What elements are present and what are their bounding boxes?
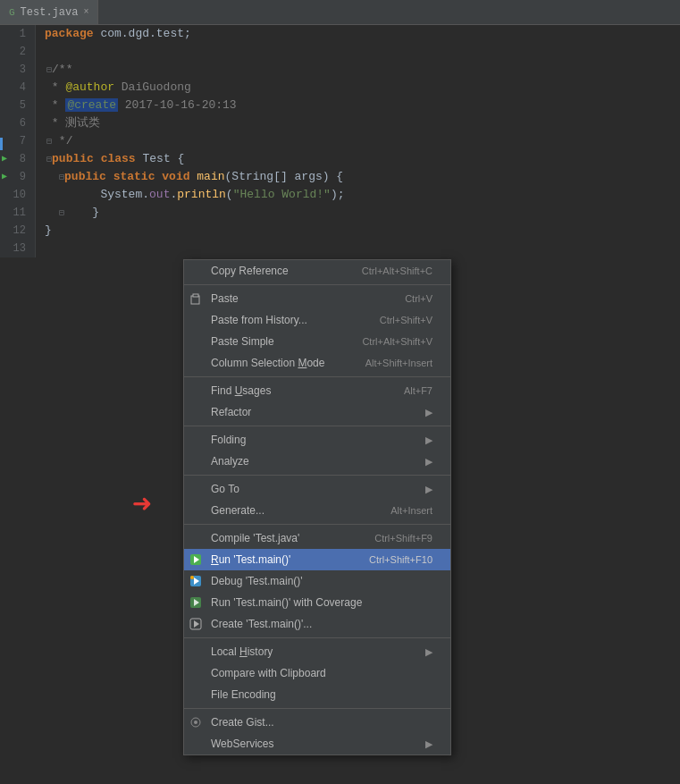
menu-item-label: Create 'Test.main()'... [211, 618, 312, 630]
submenu-arrow-icon: ▶ [425, 407, 432, 418]
code-line-10: 10 System.out.println("Hello World!"); [0, 186, 680, 204]
code-line-7: 7 ⊟ */ [0, 132, 680, 150]
menu-shortcut: Alt+F7 [404, 385, 432, 396]
menu-item-label: Debug 'Test.main()' [211, 575, 303, 587]
menu-item-label: Run 'Test.main()' with Coverage [211, 596, 362, 609]
menu-refactor[interactable]: Refactor ▶ [184, 401, 450, 423]
code-line-2: 2 [0, 43, 680, 61]
separator-1 [184, 284, 450, 285]
run-icon [189, 553, 202, 566]
tab-label: Test.java [21, 6, 79, 19]
separator-6 [184, 637, 450, 638]
menu-file-encoding[interactable]: File Encoding [184, 684, 450, 705]
menu-paste[interactable]: Paste Ctrl+V [184, 288, 450, 309]
menu-item-label: Find Usages [211, 384, 271, 397]
menu-create-config[interactable]: Create 'Test.main()'... [184, 613, 450, 635]
menu-shortcut: Alt+Insert [390, 505, 432, 516]
menu-local-history[interactable]: Local History ▶ [184, 641, 450, 662]
menu-debug[interactable]: Debug 'Test.main()' [184, 570, 450, 592]
menu-find-usages[interactable]: Find Usages Alt+F7 [184, 380, 450, 401]
submenu-arrow-icon: ▶ [425, 456, 432, 468]
close-tab-icon[interactable]: × [83, 7, 88, 17]
menu-item-label: Go To [211, 483, 239, 495]
menu-webservices[interactable]: WebServices ▶ [184, 733, 450, 754]
red-arrow-annotation: ➜ [132, 491, 152, 523]
menu-item-label: Analyze [211, 455, 249, 468]
debug-icon [189, 575, 202, 587]
gist-icon [189, 716, 202, 729]
tab-bar: G Test.java × [0, 0, 680, 25]
menu-shortcut: Ctrl+Shift+F10 [369, 554, 432, 565]
menu-compile[interactable]: Compile 'Test.java' Ctrl+Shift+F9 [184, 527, 450, 549]
menu-analyze[interactable]: Analyze ▶ [184, 451, 450, 472]
menu-paste-simple[interactable]: Paste Simple Ctrl+Alt+Shift+V [184, 331, 450, 352]
submenu-arrow-icon: ▶ [425, 738, 432, 750]
menu-run[interactable]: Run 'Test.main()' Ctrl+Shift+F10 [184, 549, 450, 570]
separator-3 [184, 426, 450, 426]
create-icon [189, 618, 202, 630]
menu-shortcut: Alt+Shift+Insert [365, 358, 432, 368]
menu-copy-reference[interactable]: Copy Reference Ctrl+Alt+Shift+C [184, 260, 450, 282]
menu-shortcut: Ctrl+Shift+F9 [374, 533, 432, 544]
code-line-9: 9 ▶ ⊟public static void main(String[] ar… [0, 168, 680, 186]
submenu-arrow-icon: ▶ [425, 434, 432, 446]
menu-shortcut: Ctrl+Alt+Shift+V [362, 336, 432, 347]
menu-item-label: Compare with Clipboard [211, 667, 326, 679]
separator-7 [184, 708, 450, 709]
menu-create-gist[interactable]: Create Gist... [184, 712, 450, 733]
separator-4 [184, 475, 450, 476]
paste-icon [189, 292, 202, 305]
svg-point-12 [194, 721, 197, 724]
menu-generate[interactable]: Generate... Alt+Insert [184, 500, 450, 521]
menu-item-label: Paste Simple [211, 335, 274, 348]
coverage-icon [189, 596, 202, 609]
code-line-11: 11 ⊟ } [0, 204, 680, 222]
menu-shortcut: Ctrl+V [405, 293, 432, 304]
context-menu: Copy Reference Ctrl+Alt+Shift+C Paste Ct… [183, 259, 451, 755]
menu-item-label: Folding [211, 434, 246, 446]
code-line-1: 1 package com.dgd.test; [0, 25, 680, 43]
menu-run-coverage[interactable]: Run 'Test.main()' with Coverage [184, 592, 450, 613]
submenu-arrow-icon: ▶ [425, 646, 432, 658]
svg-point-6 [190, 576, 194, 579]
menu-item-label: Create Gist... [211, 716, 274, 729]
menu-item-label: Copy Reference [211, 265, 289, 277]
code-line-6: 6 * 测试类 [0, 114, 680, 132]
menu-shortcut: Ctrl+Alt+Shift+C [362, 266, 432, 276]
menu-item-label: Local History [211, 645, 273, 658]
svg-marker-10 [194, 620, 199, 628]
svg-rect-1 [193, 294, 198, 297]
menu-item-label: Column Selection Mode [211, 357, 324, 369]
menu-paste-history[interactable]: Paste from History... Ctrl+Shift+V [184, 309, 450, 331]
separator-2 [184, 376, 450, 377]
code-line-8: 8 ▶ ⊟public class Test { [0, 150, 680, 168]
menu-item-label: File Encoding [211, 688, 276, 701]
code-line-12: 12 } [0, 222, 680, 240]
menu-column-selection[interactable]: Column Selection Mode Alt+Shift+Insert [184, 352, 450, 374]
menu-item-label: Refactor [211, 406, 251, 418]
code-editor: 1 package com.dgd.test; 2 3 ⊟/** 4 * @au… [0, 25, 680, 257]
menu-item-label: Run 'Test.main()' [211, 553, 290, 566]
code-line-13: 13 [0, 240, 680, 257]
code-line-4: 4 * @author DaiGuodong [0, 79, 680, 97]
menu-compare-clipboard[interactable]: Compare with Clipboard [184, 662, 450, 684]
submenu-arrow-icon: ▶ [425, 484, 432, 495]
menu-shortcut: Ctrl+Shift+V [380, 315, 432, 325]
code-line-3: 3 ⊟/** [0, 61, 680, 79]
menu-go-to[interactable]: Go To ▶ [184, 478, 450, 500]
menu-item-label: Compile 'Test.java' [211, 532, 299, 544]
menu-item-label: WebServices [211, 738, 273, 750]
separator-5 [184, 524, 450, 525]
menu-item-label: Paste [211, 292, 239, 305]
menu-item-label: Generate... [211, 504, 264, 517]
menu-folding[interactable]: Folding ▶ [184, 429, 450, 451]
java-file-icon: G [9, 7, 15, 18]
code-line-5: 5 * @create 2017-10-16-20:13 [0, 97, 680, 114]
menu-item-label: Paste from History... [211, 314, 307, 326]
test-java-tab[interactable]: G Test.java × [0, 0, 98, 24]
